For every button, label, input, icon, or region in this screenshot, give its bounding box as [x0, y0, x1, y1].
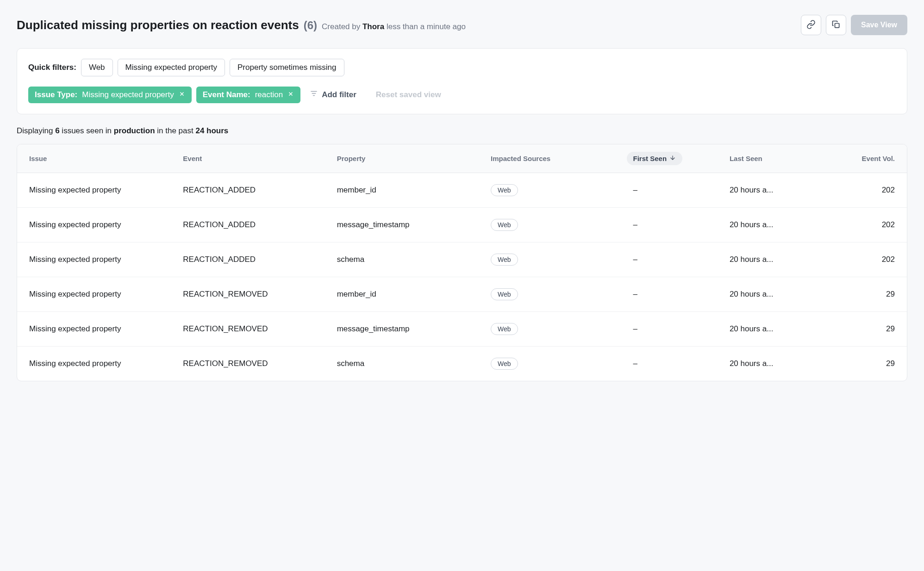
cell-issue: Missing expected property: [29, 290, 178, 299]
filter-chip-event-name[interactable]: Event Name: reaction: [196, 87, 300, 103]
created-prefix: Created by: [322, 22, 362, 31]
add-filter-button[interactable]: Add filter: [305, 86, 361, 104]
copy-link-button[interactable]: [801, 15, 821, 35]
sort-pill[interactable]: First Seen: [627, 152, 683, 165]
quick-filters-label: Quick filters:: [28, 63, 76, 72]
cell-source: Web: [491, 254, 629, 266]
cell-issue: Missing expected property: [29, 255, 178, 264]
cell-issue: Missing expected property: [29, 186, 178, 195]
cell-source: Web: [491, 358, 629, 370]
cell-source: Web: [491, 219, 629, 231]
cell-property: message_timestamp: [337, 220, 486, 230]
summary-count: 6: [55, 126, 59, 135]
filter-chip-issue-type[interactable]: Issue Type: Missing expected property: [28, 87, 192, 103]
results-summary: Displaying 6 issues seen in production i…: [17, 126, 907, 136]
col-property[interactable]: Property: [337, 155, 486, 162]
arrow-down-icon: [669, 155, 676, 162]
page-header: Duplicated missing properties on reactio…: [17, 15, 907, 35]
cell-last-seen: 20 hours a...: [730, 324, 821, 334]
link-icon: [806, 20, 816, 31]
cell-event: REACTION_ADDED: [183, 220, 332, 230]
active-filters-row: Issue Type: Missing expected property Ev…: [28, 86, 896, 104]
table-row[interactable]: Missing expected propertyREACTION_ADDEDm…: [17, 173, 907, 208]
cell-event: REACTION_REMOVED: [183, 324, 332, 334]
table-row[interactable]: Missing expected propertyREACTION_ADDEDs…: [17, 242, 907, 277]
col-issue[interactable]: Issue: [29, 155, 178, 162]
cell-last-seen: 20 hours a...: [730, 220, 821, 230]
table-row[interactable]: Missing expected propertyREACTION_REMOVE…: [17, 277, 907, 312]
cell-source: Web: [491, 323, 629, 335]
author-name: Thora: [362, 22, 384, 31]
cell-first-seen: –: [633, 324, 725, 334]
cell-property: schema: [337, 359, 486, 368]
cell-last-seen: 20 hours a...: [730, 290, 821, 299]
cell-vol: 29: [826, 359, 895, 368]
filter-icon: [310, 89, 318, 100]
cell-vol: 202: [826, 186, 895, 195]
cell-first-seen: –: [633, 290, 725, 299]
title-group: Duplicated missing properties on reactio…: [17, 18, 466, 32]
table-row[interactable]: Missing expected propertyREACTION_ADDEDm…: [17, 208, 907, 242]
quick-filter-web[interactable]: Web: [81, 59, 113, 76]
created-suffix: less than a minute ago: [384, 22, 466, 31]
cell-first-seen: –: [633, 220, 725, 230]
cell-issue: Missing expected property: [29, 220, 178, 230]
quick-filters-row: Quick filters: Web Missing expected prop…: [28, 59, 896, 76]
source-pill: Web: [491, 219, 518, 231]
svg-rect-0: [835, 23, 839, 27]
chip-value: Missing expected property: [82, 90, 174, 99]
source-pill: Web: [491, 288, 518, 300]
save-view-button[interactable]: Save View: [851, 15, 907, 35]
cell-last-seen: 20 hours a...: [730, 186, 821, 195]
close-icon: [179, 90, 185, 99]
cell-event: REACTION_REMOVED: [183, 290, 332, 299]
chip-remove[interactable]: [179, 90, 185, 99]
source-pill: Web: [491, 323, 518, 335]
chip-label: Event Name:: [203, 90, 250, 99]
cell-property: member_id: [337, 290, 486, 299]
col-last-seen[interactable]: Last Seen: [730, 155, 821, 162]
cell-property: member_id: [337, 186, 486, 195]
col-first-seen[interactable]: First Seen: [633, 152, 725, 165]
chip-remove[interactable]: [287, 90, 294, 99]
chip-label: Issue Type:: [35, 90, 77, 99]
cell-event: REACTION_ADDED: [183, 186, 332, 195]
header-actions: Save View: [801, 15, 907, 35]
page-subtitle: Created by Thora less than a minute ago: [322, 22, 466, 31]
cell-last-seen: 20 hours a...: [730, 255, 821, 264]
copy-icon: [831, 20, 841, 31]
table-body: Missing expected propertyREACTION_ADDEDm…: [17, 173, 907, 381]
reset-saved-view-button[interactable]: Reset saved view: [371, 87, 446, 103]
cell-event: REACTION_ADDED: [183, 255, 332, 264]
table-row[interactable]: Missing expected propertyREACTION_REMOVE…: [17, 312, 907, 347]
close-icon: [287, 90, 294, 99]
cell-vol: 29: [826, 324, 895, 334]
chip-value: reaction: [255, 90, 283, 99]
cell-event: REACTION_REMOVED: [183, 359, 332, 368]
source-pill: Web: [491, 184, 518, 196]
cell-property: message_timestamp: [337, 324, 486, 334]
col-event-vol[interactable]: Event Vol.: [826, 155, 895, 162]
cell-source: Web: [491, 184, 629, 196]
cell-first-seen: –: [633, 359, 725, 368]
cell-vol: 202: [826, 220, 895, 230]
summary-env: production: [114, 126, 155, 135]
cell-first-seen: –: [633, 186, 725, 195]
cell-issue: Missing expected property: [29, 324, 178, 334]
cell-first-seen: –: [633, 255, 725, 264]
page-title: Duplicated missing properties on reactio…: [17, 18, 299, 32]
table-header: Issue Event Property Impacted Sources Fi…: [17, 144, 907, 173]
col-event[interactable]: Event: [183, 155, 332, 162]
summary-window: 24 hours: [195, 126, 228, 135]
table-row[interactable]: Missing expected propertyREACTION_REMOVE…: [17, 347, 907, 381]
col-impacted-sources[interactable]: Impacted Sources: [491, 155, 629, 162]
col-first-seen-label: First Seen: [633, 155, 667, 162]
quick-filter-missing-property[interactable]: Missing expected property: [118, 59, 225, 76]
cell-vol: 202: [826, 255, 895, 264]
cell-issue: Missing expected property: [29, 359, 178, 368]
source-pill: Web: [491, 254, 518, 266]
cell-last-seen: 20 hours a...: [730, 359, 821, 368]
quick-filter-sometimes-missing[interactable]: Property sometimes missing: [230, 59, 344, 76]
duplicate-button[interactable]: [826, 15, 846, 35]
cell-source: Web: [491, 288, 629, 300]
